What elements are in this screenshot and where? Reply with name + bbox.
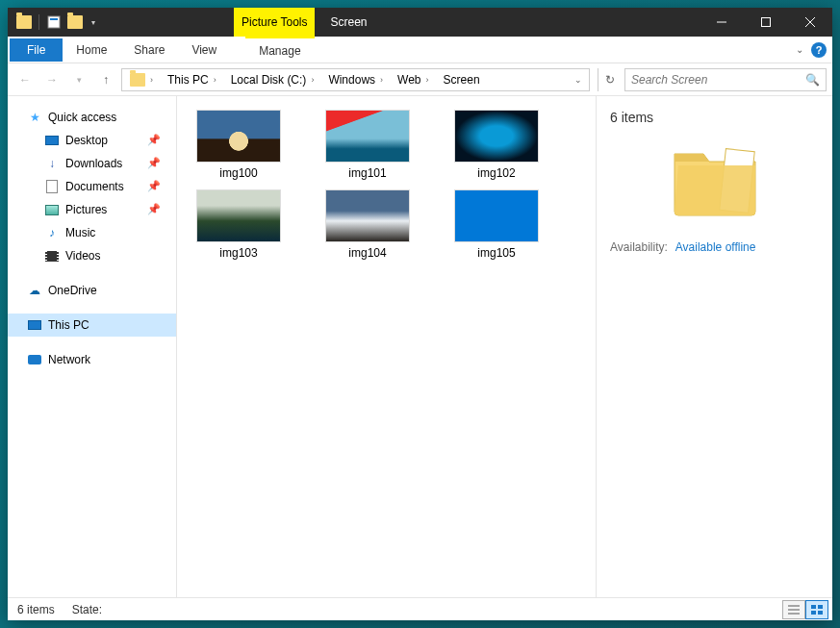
pictures-icon: [44, 202, 60, 217]
svg-rect-10: [818, 605, 823, 609]
breadcrumb-segment[interactable]: Windows›: [322, 69, 392, 90]
breadcrumb-segment[interactable]: Web›: [392, 69, 437, 90]
items-view[interactable]: img100 img101 img102 img103 img104 img10…: [177, 96, 596, 597]
refresh-button[interactable]: ↻: [598, 68, 621, 91]
up-button[interactable]: ↑: [94, 68, 117, 91]
star-icon: ★: [27, 110, 42, 125]
pin-icon: 📌: [147, 134, 161, 146]
tab-view[interactable]: View: [178, 37, 230, 63]
nav-documents[interactable]: Documents📌: [8, 175, 176, 198]
window-title: Screen: [330, 15, 367, 29]
network-icon: [27, 352, 42, 367]
thumbnail: [454, 189, 539, 242]
nav-downloads[interactable]: ↓Downloads📌: [8, 152, 176, 175]
search-input[interactable]: [631, 73, 805, 87]
nav-videos[interactable]: Videos: [8, 244, 176, 267]
availability-value: Available offline: [675, 240, 756, 254]
svg-rect-3: [762, 18, 771, 27]
navigation-pane[interactable]: ★Quick access Desktop📌 ↓Downloads📌 Docum…: [8, 96, 177, 597]
search-box[interactable]: 🔍: [624, 68, 827, 91]
previous-locations-icon[interactable]: ⌄: [570, 75, 587, 85]
breadcrumb-root-icon[interactable]: ›: [124, 69, 162, 90]
details-view-button[interactable]: [782, 600, 805, 619]
status-state-label: State:: [72, 603, 102, 616]
status-item-count: 6 items: [17, 603, 55, 616]
thumbnail: [325, 110, 410, 163]
back-button[interactable]: ←: [13, 68, 37, 91]
body: ★Quick access Desktop📌 ↓Downloads📌 Docum…: [8, 96, 832, 597]
pc-icon: [27, 317, 42, 333]
nav-onedrive[interactable]: ☁OneDrive: [8, 279, 176, 302]
svg-rect-11: [811, 611, 816, 615]
nav-quick-access[interactable]: ★Quick access: [8, 106, 176, 129]
file-item[interactable]: img104: [314, 189, 421, 260]
minimize-button[interactable]: [700, 8, 744, 37]
recent-locations-icon[interactable]: ▾: [67, 68, 90, 91]
details-title: 6 items: [610, 110, 819, 125]
view-toggles: [782, 600, 828, 619]
nav-this-pc[interactable]: This PC: [8, 314, 176, 337]
onedrive-icon: ☁: [27, 283, 42, 298]
music-icon: ♪: [44, 225, 60, 240]
details-pane: 6 items Availability: Available offline: [596, 96, 832, 597]
chevron-right-icon[interactable]: ›: [209, 75, 221, 85]
file-name: img105: [477, 246, 515, 260]
availability-label: Availability:: [610, 240, 668, 254]
address-bar[interactable]: › This PC› Local Disk (C:)› Windows› Web…: [121, 68, 590, 91]
file-name: img103: [219, 246, 257, 260]
app-icon[interactable]: [13, 12, 35, 33]
details-availability: Availability: Available offline: [610, 240, 819, 254]
tab-home[interactable]: Home: [63, 37, 120, 63]
chevron-right-icon[interactable]: ›: [145, 75, 158, 85]
separator: [38, 14, 39, 30]
contextual-tab-header[interactable]: Picture Tools: [234, 8, 315, 37]
explorer-window: ▾ Picture Tools Screen File Home Share V…: [8, 8, 832, 620]
nav-music[interactable]: ♪Music: [8, 221, 176, 244]
search-icon[interactable]: 🔍: [805, 73, 820, 87]
breadcrumb-segment[interactable]: This PC›: [162, 69, 225, 90]
thumbnails-view-button[interactable]: [805, 600, 828, 619]
breadcrumb-segment[interactable]: Local Disk (C:)›: [225, 69, 323, 90]
pin-icon: 📌: [147, 180, 161, 192]
chevron-right-icon[interactable]: ›: [375, 75, 388, 85]
properties-icon[interactable]: [43, 12, 64, 33]
thumbnail: [325, 189, 410, 242]
videos-icon: [44, 248, 60, 264]
breadcrumb-segment[interactable]: Screen: [438, 69, 484, 90]
tab-share[interactable]: Share: [120, 37, 178, 63]
file-item[interactable]: img100: [185, 110, 293, 180]
close-button[interactable]: [788, 8, 832, 37]
svg-rect-1: [50, 18, 58, 20]
file-item[interactable]: img103: [185, 189, 293, 260]
file-tab[interactable]: File: [10, 38, 63, 62]
file-name: img100: [219, 166, 257, 180]
forward-button[interactable]: →: [40, 68, 64, 91]
file-name: img102: [477, 166, 515, 180]
expand-ribbon-icon[interactable]: ⌄: [796, 44, 803, 55]
file-name: img101: [348, 166, 386, 180]
tab-manage[interactable]: Manage: [245, 37, 314, 63]
chevron-right-icon[interactable]: ›: [421, 75, 434, 85]
titlebar[interactable]: ▾ Picture Tools Screen: [8, 8, 832, 37]
qat-customize-icon[interactable]: ▾: [86, 18, 101, 27]
help-icon[interactable]: ?: [811, 42, 827, 58]
nav-network[interactable]: Network: [8, 348, 176, 371]
file-name: img104: [348, 246, 386, 260]
new-folder-icon[interactable]: [64, 12, 86, 33]
maximize-button[interactable]: [744, 8, 788, 37]
pin-icon: 📌: [147, 157, 161, 169]
address-bar-row: ← → ▾ ↑ › This PC› Local Disk (C:)› Wind…: [8, 63, 832, 96]
ribbon-tabs: File Home Share View Manage ⌄ ?: [8, 37, 832, 63]
window-controls: [700, 8, 832, 37]
quick-access-toolbar: ▾: [8, 12, 101, 33]
nav-desktop[interactable]: Desktop📌: [8, 129, 176, 152]
documents-icon: [44, 179, 60, 194]
svg-rect-9: [811, 605, 816, 609]
nav-pictures[interactable]: Pictures📌: [8, 198, 176, 221]
thumbnail: [196, 189, 281, 242]
svg-rect-12: [818, 611, 823, 615]
file-item[interactable]: img105: [443, 189, 550, 260]
file-item[interactable]: img102: [443, 110, 550, 180]
chevron-right-icon[interactable]: ›: [306, 75, 318, 85]
file-item[interactable]: img101: [314, 110, 421, 180]
